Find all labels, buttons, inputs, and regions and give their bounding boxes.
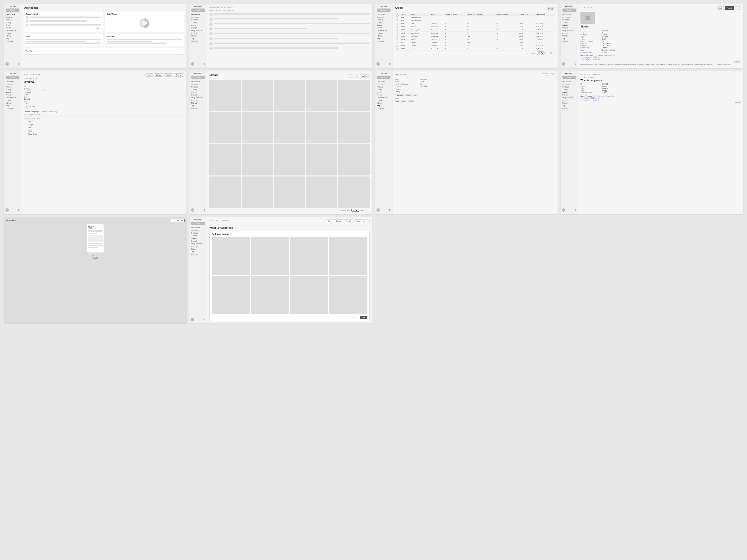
library-item[interactable] bbox=[274, 144, 305, 176]
sidebar-item-review-6[interactable]: Review bbox=[190, 99, 206, 102]
settings-icon-8[interactable]: ⚙ bbox=[574, 209, 576, 211]
col-included[interactable]: Included in # packages bbox=[467, 12, 496, 16]
sidebar-item-article-1[interactable]: Article bbox=[5, 24, 20, 26]
sidebar-item-activity-7[interactable]: Activity bbox=[376, 88, 391, 91]
sidebar-item-prompt-5[interactable]: Prompt bbox=[5, 94, 20, 96]
sidebar-item-prompt-6[interactable]: Prompt bbox=[190, 94, 206, 96]
create-button-8[interactable]: Create bbox=[562, 76, 576, 79]
settings-icon-10[interactable]: ⚙ bbox=[203, 318, 205, 321]
sidebar-item-tag-8[interactable]: Tag bbox=[562, 104, 577, 107]
settings-icon-4[interactable]: ⚙ bbox=[574, 63, 576, 65]
sidebar-item-dashboard-3[interactable]: Dashboard bbox=[376, 13, 391, 16]
wh-more-btn[interactable]: ⋮ bbox=[364, 219, 369, 223]
modal-lib-item-6[interactable] bbox=[251, 276, 289, 314]
more-btn-tag[interactable]: ⋮ bbox=[549, 73, 555, 77]
expand-btn-8[interactable]: Expand bbox=[581, 102, 741, 103]
preview-mode-select[interactable]: Tab2Title bbox=[171, 219, 185, 222]
sidebar-item-article-5[interactable]: Article bbox=[5, 91, 20, 94]
sidebar-item-tag-2[interactable]: Tag bbox=[190, 37, 206, 40]
library-item[interactable] bbox=[274, 112, 305, 143]
sidebar-item-dailypractice-2[interactable]: Daily Practice bbox=[190, 29, 206, 32]
sidebar-item-carousel-6[interactable]: Carousel bbox=[190, 107, 206, 110]
wh-cancel-btn[interactable]: Cancel bbox=[334, 219, 343, 223]
sidebar-item-package-5[interactable]: Package bbox=[5, 85, 20, 88]
sidebar-item-article-2[interactable]: Article bbox=[190, 24, 206, 26]
edit-btn-stories[interactable]: Edit bbox=[717, 6, 724, 10]
table-row[interactable]: K006MindfulnessContexts 11No22User32022-… bbox=[395, 32, 555, 35]
sidebar-item-prompt-7[interactable]: Prompt bbox=[376, 94, 391, 96]
table-row[interactable]: K004UntitledContexts 22No—User32022-03-3… bbox=[395, 44, 555, 47]
sidebar-item-article-10[interactable]: Article bbox=[190, 237, 206, 240]
library-item[interactable] bbox=[306, 112, 337, 143]
sidebar-item-sequence-1[interactable]: Sequence bbox=[5, 16, 20, 19]
lib-prev-page[interactable]: ‹ bbox=[367, 209, 368, 211]
sidebar-item-dashboard-7[interactable]: Dashboard bbox=[376, 80, 391, 83]
modal-cancel-btn[interactable]: Cancel bbox=[350, 316, 359, 319]
create-button-10[interactable]: Create bbox=[191, 222, 205, 225]
sidebar-item-dashboard-1[interactable]: Dashboard bbox=[5, 13, 20, 16]
preview-next-btn[interactable]: › bbox=[99, 254, 100, 257]
library-item[interactable] bbox=[209, 112, 241, 143]
sidebar-item-activity-4[interactable]: Activity bbox=[562, 21, 577, 24]
sidebar-item-tag-1[interactable]: Tag bbox=[5, 37, 20, 40]
block-audio[interactable]: Audio bbox=[25, 129, 183, 132]
sidebar-item-prompt-3[interactable]: Prompt bbox=[376, 26, 391, 29]
sidebar-item-review-1[interactable]: Review bbox=[5, 32, 20, 34]
col-created-by[interactable]: Created by ▾ bbox=[518, 12, 535, 16]
preview-prev-btn[interactable]: ‹ bbox=[91, 254, 92, 257]
sidebar-item-carousel-10[interactable]: Carousel bbox=[190, 253, 206, 256]
sidebar-item-sequence-5[interactable]: Sequence bbox=[5, 83, 20, 85]
sidebar-item-dashboard-4[interactable]: Dashboard bbox=[562, 13, 577, 16]
sidebar-item-library-5[interactable]: Library bbox=[5, 102, 20, 104]
library-item[interactable] bbox=[242, 80, 273, 111]
sidebar-item-library-7[interactable]: Library bbox=[376, 102, 391, 104]
sidebar-item-activity-6[interactable]: Activity bbox=[190, 88, 206, 91]
modal-lib-item-7[interactable] bbox=[290, 276, 328, 314]
table-row[interactable]: K002ResilienceContexts 11Yes—User12022-0… bbox=[395, 35, 555, 38]
wh-save-btn[interactable]: Save bbox=[326, 219, 333, 223]
article-title-input[interactable] bbox=[24, 80, 184, 84]
col-pages[interactable]: Number of pages bbox=[444, 12, 467, 16]
col-checkbox[interactable] bbox=[395, 12, 401, 16]
save-btn-create[interactable]: Save bbox=[146, 73, 153, 77]
sidebar-item-sequence-6[interactable]: Sequence bbox=[190, 83, 206, 85]
prev-page-btn[interactable]: ‹ bbox=[553, 52, 554, 54]
sidebar-item-sequence-7[interactable]: Sequence bbox=[376, 83, 391, 85]
library-item[interactable] bbox=[306, 80, 337, 111]
library-item[interactable] bbox=[338, 112, 369, 143]
sidebar-item-review-5[interactable]: Review bbox=[5, 99, 20, 102]
cancel-btn-create[interactable]: Cancel bbox=[154, 73, 163, 77]
sidebar-item-article-8[interactable]: Article bbox=[562, 91, 577, 94]
library-item[interactable] bbox=[242, 112, 273, 143]
sidebar-item-package-4[interactable]: Package bbox=[562, 19, 577, 21]
edit-btn-tag[interactable]: Edit bbox=[542, 73, 549, 77]
sidebar-item-review-4[interactable]: Review bbox=[562, 32, 577, 34]
sidebar-item-prompt-2[interactable]: Prompt bbox=[190, 26, 206, 29]
library-item[interactable] bbox=[306, 177, 337, 208]
sidebar-item-sequence-10[interactable]: Sequence bbox=[190, 229, 206, 232]
table-row[interactable]: K005Challenge WindDreams 22No21User12022… bbox=[395, 28, 555, 32]
sidebar-item-tag-7[interactable]: Tag bbox=[376, 104, 391, 107]
library-item[interactable] bbox=[242, 144, 273, 176]
sidebar-item-carousel-4[interactable]: Carousel bbox=[562, 40, 577, 43]
col-type[interactable]: Type ▾ bbox=[430, 12, 444, 16]
sidebar-item-article-4[interactable]: Article bbox=[562, 24, 577, 26]
sidebar-item-library-4[interactable]: Library bbox=[562, 34, 577, 37]
sidebar-item-carousel-1[interactable]: Carousel bbox=[5, 40, 20, 43]
sidebar-item-carousel-5[interactable]: Carousel bbox=[5, 107, 20, 110]
sidebar-item-library-6[interactable]: Library bbox=[190, 102, 206, 104]
sidebar-item-article-7[interactable]: Article bbox=[376, 91, 391, 94]
view-all-link[interactable]: View all bbox=[26, 28, 101, 29]
library-item[interactable] bbox=[274, 80, 305, 111]
sidebar-item-prompt-4[interactable]: Prompt bbox=[562, 26, 577, 29]
sidebar-item-sequence-4[interactable]: Sequence bbox=[562, 16, 577, 19]
grid-view-btn[interactable]: ⊞ bbox=[354, 74, 359, 78]
sidebar-item-carousel-3[interactable]: Carousel bbox=[376, 40, 391, 43]
sidebar-item-carousel-7[interactable]: Carousel bbox=[376, 107, 391, 110]
sidebar-item-package-8[interactable]: Package bbox=[562, 85, 577, 88]
create-button-4[interactable]: Create bbox=[562, 8, 576, 12]
upload-btn[interactable]: Upload bbox=[360, 74, 369, 78]
wh-pkg1[interactable]: [Package] P001 Day 2 bbox=[581, 97, 741, 99]
sidebar-item-activity-2[interactable]: Activity bbox=[190, 21, 206, 24]
sidebar-item-dashboard-5[interactable]: Dashboard bbox=[5, 80, 20, 83]
